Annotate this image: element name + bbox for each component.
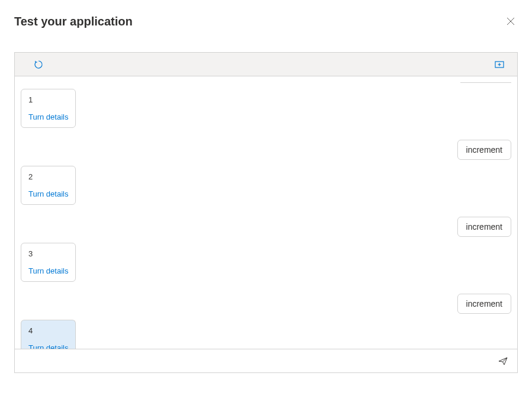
chat-panel: 1 Turn details increment 2 Turn details … bbox=[14, 52, 518, 373]
turn-details-link[interactable]: Turn details bbox=[28, 112, 68, 121]
turn-details-link[interactable]: Turn details bbox=[28, 266, 68, 275]
send-button[interactable] bbox=[496, 354, 510, 368]
turn-details-link[interactable]: Turn details bbox=[28, 189, 68, 198]
screen-icon bbox=[495, 61, 504, 68]
bot-message-value: 4 bbox=[28, 326, 68, 335]
bot-message: 3 Turn details bbox=[21, 243, 76, 282]
chat-input-bar bbox=[15, 349, 517, 372]
partial-user-message bbox=[460, 82, 511, 83]
send-icon bbox=[498, 356, 508, 366]
turn-details-link[interactable]: Turn details bbox=[28, 343, 68, 349]
bot-message-value: 1 bbox=[28, 95, 68, 104]
refresh-icon bbox=[34, 60, 43, 69]
bot-message: 2 Turn details bbox=[21, 166, 76, 205]
close-button[interactable] bbox=[504, 14, 518, 28]
bot-message: 1 Turn details bbox=[21, 89, 76, 128]
chat-input[interactable] bbox=[22, 354, 496, 368]
chat-messages[interactable]: 1 Turn details increment 2 Turn details … bbox=[15, 76, 517, 349]
screen-button[interactable] bbox=[492, 57, 507, 72]
bot-message-value: 3 bbox=[28, 249, 68, 258]
user-message: increment bbox=[457, 294, 511, 314]
bot-message-value: 2 bbox=[28, 172, 68, 181]
bot-message: 4 Turn details bbox=[21, 320, 76, 349]
user-message: increment bbox=[457, 140, 511, 160]
refresh-button[interactable] bbox=[31, 57, 46, 72]
chat-toolbar bbox=[15, 53, 517, 76]
user-message: increment bbox=[457, 217, 511, 237]
page-title: Test your application bbox=[14, 15, 133, 28]
close-icon bbox=[507, 17, 515, 25]
